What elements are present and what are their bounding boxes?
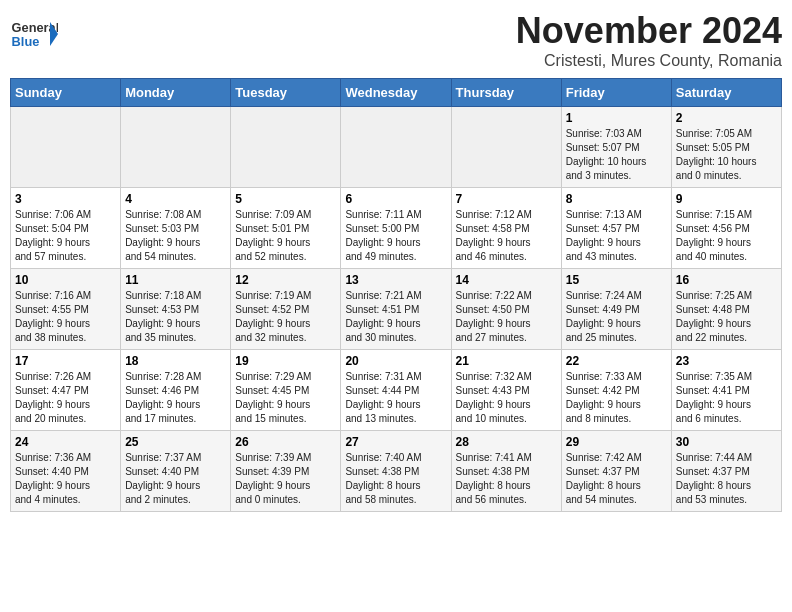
day-info: Sunrise: 7:25 AMSunset: 4:48 PMDaylight:… [676,289,777,345]
day-number: 7 [456,192,557,206]
calendar-header-row: SundayMondayTuesdayWednesdayThursdayFrid… [11,79,782,107]
day-number: 25 [125,435,226,449]
calendar-week-2: 3Sunrise: 7:06 AMSunset: 5:04 PMDaylight… [11,188,782,269]
calendar-cell: 14Sunrise: 7:22 AMSunset: 4:50 PMDayligh… [451,269,561,350]
day-number: 24 [15,435,116,449]
weekday-header-thursday: Thursday [451,79,561,107]
calendar-cell: 2Sunrise: 7:05 AMSunset: 5:05 PMDaylight… [671,107,781,188]
day-info: Sunrise: 7:11 AMSunset: 5:00 PMDaylight:… [345,208,446,264]
location-title: Cristesti, Mures County, Romania [516,52,782,70]
calendar-cell: 9Sunrise: 7:15 AMSunset: 4:56 PMDaylight… [671,188,781,269]
day-number: 20 [345,354,446,368]
calendar-cell: 7Sunrise: 7:12 AMSunset: 4:58 PMDaylight… [451,188,561,269]
day-number: 8 [566,192,667,206]
day-info: Sunrise: 7:31 AMSunset: 4:44 PMDaylight:… [345,370,446,426]
day-number: 4 [125,192,226,206]
day-info: Sunrise: 7:24 AMSunset: 4:49 PMDaylight:… [566,289,667,345]
day-info: Sunrise: 7:28 AMSunset: 4:46 PMDaylight:… [125,370,226,426]
calendar-cell: 16Sunrise: 7:25 AMSunset: 4:48 PMDayligh… [671,269,781,350]
calendar-cell: 24Sunrise: 7:36 AMSunset: 4:40 PMDayligh… [11,431,121,512]
day-number: 10 [15,273,116,287]
weekday-header-monday: Monday [121,79,231,107]
calendar-cell: 8Sunrise: 7:13 AMSunset: 4:57 PMDaylight… [561,188,671,269]
title-block: November 2024 Cristesti, Mures County, R… [516,10,782,70]
calendar-cell: 19Sunrise: 7:29 AMSunset: 4:45 PMDayligh… [231,350,341,431]
calendar-cell: 17Sunrise: 7:26 AMSunset: 4:47 PMDayligh… [11,350,121,431]
calendar-cell: 3Sunrise: 7:06 AMSunset: 5:04 PMDaylight… [11,188,121,269]
day-info: Sunrise: 7:35 AMSunset: 4:41 PMDaylight:… [676,370,777,426]
day-info: Sunrise: 7:22 AMSunset: 4:50 PMDaylight:… [456,289,557,345]
calendar-cell [451,107,561,188]
day-number: 26 [235,435,336,449]
calendar-cell: 13Sunrise: 7:21 AMSunset: 4:51 PMDayligh… [341,269,451,350]
calendar-cell [231,107,341,188]
day-info: Sunrise: 7:26 AMSunset: 4:47 PMDaylight:… [15,370,116,426]
calendar-cell: 28Sunrise: 7:41 AMSunset: 4:38 PMDayligh… [451,431,561,512]
day-number: 2 [676,111,777,125]
day-info: Sunrise: 7:13 AMSunset: 4:57 PMDaylight:… [566,208,667,264]
page-header: General Blue November 2024 Cristesti, Mu… [10,10,782,70]
calendar-cell: 6Sunrise: 7:11 AMSunset: 5:00 PMDaylight… [341,188,451,269]
day-number: 17 [15,354,116,368]
calendar-cell: 15Sunrise: 7:24 AMSunset: 4:49 PMDayligh… [561,269,671,350]
calendar-cell [11,107,121,188]
calendar-week-3: 10Sunrise: 7:16 AMSunset: 4:55 PMDayligh… [11,269,782,350]
calendar-cell: 21Sunrise: 7:32 AMSunset: 4:43 PMDayligh… [451,350,561,431]
logo-icon: General Blue [10,10,58,58]
day-info: Sunrise: 7:39 AMSunset: 4:39 PMDaylight:… [235,451,336,507]
day-info: Sunrise: 7:44 AMSunset: 4:37 PMDaylight:… [676,451,777,507]
weekday-header-tuesday: Tuesday [231,79,341,107]
day-info: Sunrise: 7:41 AMSunset: 4:38 PMDaylight:… [456,451,557,507]
calendar-table: SundayMondayTuesdayWednesdayThursdayFrid… [10,78,782,512]
day-info: Sunrise: 7:37 AMSunset: 4:40 PMDaylight:… [125,451,226,507]
calendar-cell: 20Sunrise: 7:31 AMSunset: 4:44 PMDayligh… [341,350,451,431]
day-info: Sunrise: 7:09 AMSunset: 5:01 PMDaylight:… [235,208,336,264]
day-number: 3 [15,192,116,206]
day-info: Sunrise: 7:15 AMSunset: 4:56 PMDaylight:… [676,208,777,264]
day-number: 27 [345,435,446,449]
day-info: Sunrise: 7:18 AMSunset: 4:53 PMDaylight:… [125,289,226,345]
weekday-header-saturday: Saturday [671,79,781,107]
calendar-cell: 30Sunrise: 7:44 AMSunset: 4:37 PMDayligh… [671,431,781,512]
logo: General Blue [10,10,58,58]
month-title: November 2024 [516,10,782,52]
day-info: Sunrise: 7:40 AMSunset: 4:38 PMDaylight:… [345,451,446,507]
calendar-cell: 11Sunrise: 7:18 AMSunset: 4:53 PMDayligh… [121,269,231,350]
weekday-header-sunday: Sunday [11,79,121,107]
day-number: 30 [676,435,777,449]
calendar-cell: 25Sunrise: 7:37 AMSunset: 4:40 PMDayligh… [121,431,231,512]
calendar-week-1: 1Sunrise: 7:03 AMSunset: 5:07 PMDaylight… [11,107,782,188]
calendar-cell: 23Sunrise: 7:35 AMSunset: 4:41 PMDayligh… [671,350,781,431]
day-number: 12 [235,273,336,287]
calendar-cell: 1Sunrise: 7:03 AMSunset: 5:07 PMDaylight… [561,107,671,188]
day-info: Sunrise: 7:08 AMSunset: 5:03 PMDaylight:… [125,208,226,264]
day-number: 23 [676,354,777,368]
day-info: Sunrise: 7:06 AMSunset: 5:04 PMDaylight:… [15,208,116,264]
day-info: Sunrise: 7:03 AMSunset: 5:07 PMDaylight:… [566,127,667,183]
calendar-cell: 29Sunrise: 7:42 AMSunset: 4:37 PMDayligh… [561,431,671,512]
day-number: 11 [125,273,226,287]
calendar-cell: 22Sunrise: 7:33 AMSunset: 4:42 PMDayligh… [561,350,671,431]
day-number: 18 [125,354,226,368]
svg-text:Blue: Blue [12,34,40,49]
calendar-cell: 5Sunrise: 7:09 AMSunset: 5:01 PMDaylight… [231,188,341,269]
calendar-cell [341,107,451,188]
day-info: Sunrise: 7:21 AMSunset: 4:51 PMDaylight:… [345,289,446,345]
day-number: 9 [676,192,777,206]
day-info: Sunrise: 7:12 AMSunset: 4:58 PMDaylight:… [456,208,557,264]
day-info: Sunrise: 7:29 AMSunset: 4:45 PMDaylight:… [235,370,336,426]
day-info: Sunrise: 7:32 AMSunset: 4:43 PMDaylight:… [456,370,557,426]
day-number: 13 [345,273,446,287]
day-number: 1 [566,111,667,125]
calendar-cell: 27Sunrise: 7:40 AMSunset: 4:38 PMDayligh… [341,431,451,512]
weekday-header-friday: Friday [561,79,671,107]
calendar-cell: 4Sunrise: 7:08 AMSunset: 5:03 PMDaylight… [121,188,231,269]
day-number: 29 [566,435,667,449]
day-info: Sunrise: 7:42 AMSunset: 4:37 PMDaylight:… [566,451,667,507]
calendar-cell: 18Sunrise: 7:28 AMSunset: 4:46 PMDayligh… [121,350,231,431]
day-number: 15 [566,273,667,287]
day-number: 5 [235,192,336,206]
day-number: 6 [345,192,446,206]
calendar-cell [121,107,231,188]
day-number: 28 [456,435,557,449]
